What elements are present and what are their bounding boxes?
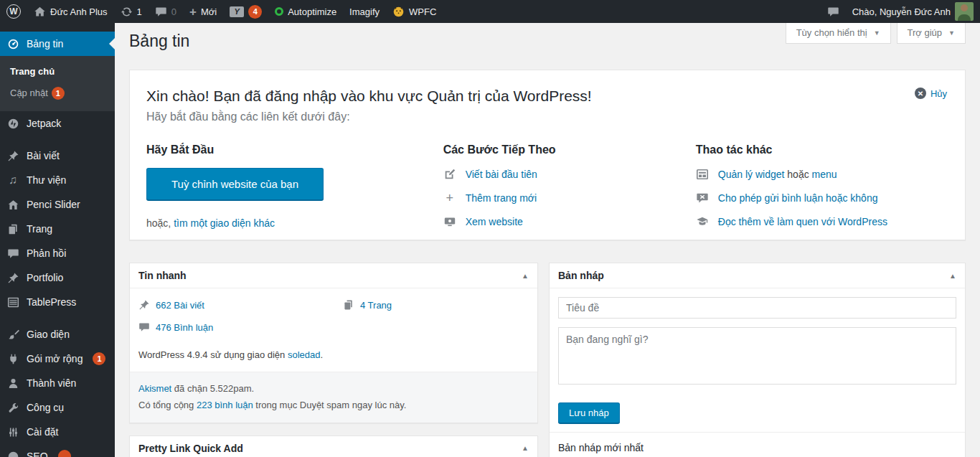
table-icon bbox=[6, 296, 20, 308]
sidebar-item-label: Bảng tin bbox=[27, 38, 63, 50]
wpfc-menu[interactable]: WPFC bbox=[386, 0, 443, 23]
sidebar-item-tools[interactable]: Công cụ bbox=[0, 395, 115, 420]
wp-logo-menu[interactable]: W bbox=[0, 0, 27, 23]
pages-count-link[interactable]: 4 Trang bbox=[360, 300, 392, 311]
autoptimize-ring-icon bbox=[275, 7, 283, 16]
user-greeting: Chào, Nguyễn Đức Anh bbox=[852, 6, 951, 17]
widget-title: Tin nhanh bbox=[138, 270, 187, 281]
learn-more-link[interactable]: Đọc thêm về làm quen với WordPress bbox=[718, 216, 887, 227]
site-name-menu[interactable]: Đức Anh Plus bbox=[27, 0, 114, 23]
widgets-icon bbox=[696, 168, 709, 181]
comment-icon bbox=[6, 248, 20, 260]
welcome-column-next-steps: Các Bước Tiếp Theo Viết bài đầu tiên + T… bbox=[443, 143, 696, 239]
media-icon: ♫ bbox=[6, 174, 20, 186]
seo-badge bbox=[58, 450, 71, 457]
pretty-link-header[interactable]: Pretty Link Quick Add ▲ bbox=[130, 436, 537, 457]
sidebar-item-label: Thành viên bbox=[27, 377, 76, 389]
close-icon: ✕ bbox=[915, 88, 926, 99]
view-site-icon bbox=[443, 215, 456, 228]
posts-count-link[interactable]: 662 Bài viết bbox=[156, 300, 204, 311]
pretty-link-widget: Pretty Link Quick Add ▲ bbox=[129, 435, 538, 457]
sidebar-item-appearance[interactable]: Giao diện bbox=[0, 322, 115, 347]
pushpin-icon bbox=[138, 299, 150, 311]
dashboard-widgets: Tin nhanh ▲ 662 Bài viết 476 Bình luận bbox=[129, 263, 966, 457]
quick-draft-header[interactable]: Bản nháp ▲ bbox=[550, 263, 965, 288]
sliders-icon bbox=[6, 426, 20, 438]
screen-options-button[interactable]: Tùy chọn hiển thị ▼ bbox=[786, 23, 891, 44]
comments-settings-link[interactable]: Cho phép gửi bình luận hoặc không bbox=[718, 192, 878, 204]
pushpin-icon bbox=[6, 150, 20, 162]
new-content-menu[interactable]: + Mới bbox=[183, 0, 223, 23]
autoptimize-menu[interactable]: Autoptimize bbox=[268, 0, 343, 23]
welcome-column-more-actions: Thao tác khác Quản lý widget hoặc menu C… bbox=[696, 143, 948, 239]
save-draft-button[interactable]: Lưu nháp bbox=[558, 402, 620, 423]
sidebar-item-plugins[interactable]: Gói mở rộng 1 bbox=[0, 347, 115, 371]
update-icon bbox=[121, 6, 133, 18]
yoast-icon: Y bbox=[230, 6, 244, 17]
pages-icon bbox=[343, 299, 354, 311]
comment-bubble-icon bbox=[155, 6, 167, 18]
sidebar-item-label: Jetpack bbox=[27, 118, 61, 129]
yoast-seo-menu[interactable]: Y 4 bbox=[223, 0, 268, 23]
my-account-menu[interactable]: Chào, Nguyễn Đức Anh bbox=[846, 2, 980, 21]
add-page-link[interactable]: Thêm trang mới bbox=[466, 192, 537, 204]
theme-link[interactable]: soledad bbox=[288, 349, 321, 360]
plus-icon: + bbox=[189, 6, 197, 18]
draft-content-textarea[interactable] bbox=[558, 327, 956, 385]
sidebar-item-label: Penci Slider bbox=[27, 199, 80, 210]
comments-count-link[interactable]: 476 Bình luận bbox=[156, 322, 213, 333]
submenu-item-home[interactable]: Trang chủ bbox=[0, 61, 115, 82]
collapse-toggle-icon[interactable]: ▲ bbox=[522, 444, 529, 452]
manage-widgets-link[interactable]: Quản lý widget bbox=[718, 169, 785, 180]
sidebar-item-label: Trang bbox=[27, 223, 52, 235]
imagify-menu[interactable]: Imagify bbox=[343, 0, 386, 23]
updates-menu[interactable]: 1 bbox=[114, 0, 149, 23]
sidebar-item-pages[interactable]: Trang bbox=[0, 217, 115, 241]
collapse-toggle-icon[interactable]: ▲ bbox=[522, 272, 529, 280]
wpfc-label: WPFC bbox=[409, 6, 436, 17]
chat-bubble-icon bbox=[827, 6, 839, 18]
customize-site-button[interactable]: Tuỳ chỉnh website của bạn bbox=[146, 168, 324, 200]
spam-comments-link[interactable]: 223 bình luận bbox=[197, 400, 253, 410]
sidebar-item-comments[interactable]: Phản hồi bbox=[0, 241, 115, 265]
messages-menu[interactable] bbox=[821, 6, 846, 18]
sidebar-item-label: Portfolio bbox=[27, 272, 63, 283]
at-a-glance-header[interactable]: Tin nhanh ▲ bbox=[130, 263, 537, 288]
sidebar-item-users[interactable]: Thành viên bbox=[0, 371, 115, 395]
help-button[interactable]: Trợ giúp ▼ bbox=[897, 23, 966, 44]
autoptimize-label: Autoptimize bbox=[288, 6, 336, 17]
submenu-item-updates[interactable]: Cập nhật1 bbox=[0, 82, 115, 105]
sidebar-item-label: Cài đặt bbox=[27, 426, 58, 438]
plus-icon: + bbox=[443, 192, 456, 204]
dismiss-welcome-button[interactable]: ✕ Hủy bbox=[915, 88, 947, 99]
plugins-badge: 1 bbox=[93, 352, 105, 365]
manage-menus-link[interactable]: menu bbox=[812, 169, 837, 180]
avatar bbox=[955, 2, 974, 21]
comments-menu[interactable]: 0 bbox=[149, 0, 183, 23]
comment-icon bbox=[138, 321, 150, 333]
sidebar-item-penci-slider[interactable]: Penci Slider bbox=[0, 192, 115, 217]
chevron-down-icon: ▼ bbox=[874, 29, 880, 37]
sidebar-item-label: Thư viện bbox=[27, 174, 66, 186]
sidebar-item-jetpack[interactable]: Jetpack bbox=[0, 111, 115, 136]
find-theme-link[interactable]: tìm một giao diện khác bbox=[174, 217, 275, 229]
collapse-toggle-icon[interactable]: ▲ bbox=[949, 272, 956, 280]
draft-title-input[interactable] bbox=[558, 297, 956, 319]
first-post-link[interactable]: Viết bài đầu tiên bbox=[466, 169, 537, 180]
sidebar-item-posts[interactable]: Bài viết bbox=[0, 143, 115, 168]
column-heading: Các Bước Tiếp Theo bbox=[443, 143, 696, 156]
sidebar-item-seo[interactable]: SEO bbox=[0, 444, 115, 457]
sidebar-item-dashboard[interactable]: Bảng tin bbox=[0, 32, 115, 56]
sidebar-item-settings[interactable]: Cài đặt bbox=[0, 420, 115, 444]
chevron-down-icon: ▼ bbox=[948, 29, 955, 37]
quick-draft-form: Lưu nháp bbox=[550, 288, 965, 432]
akismet-link[interactable]: Akismet bbox=[138, 383, 171, 394]
home-icon bbox=[34, 6, 46, 18]
main-content: Tùy chọn hiển thị ▼ Trợ giúp ▼ Bảng tin … bbox=[115, 23, 980, 457]
welcome-subtitle: Hãy bắt đầu bằng các liên kết dưới đây: bbox=[146, 110, 948, 123]
updates-badge: 1 bbox=[52, 87, 65, 100]
sidebar-item-tablepress[interactable]: TablePress bbox=[0, 290, 115, 314]
view-site-link[interactable]: Xem website bbox=[466, 216, 523, 227]
sidebar-item-media[interactable]: ♫ Thư viện bbox=[0, 168, 115, 192]
sidebar-item-portfolio[interactable]: Portfolio bbox=[0, 265, 115, 290]
